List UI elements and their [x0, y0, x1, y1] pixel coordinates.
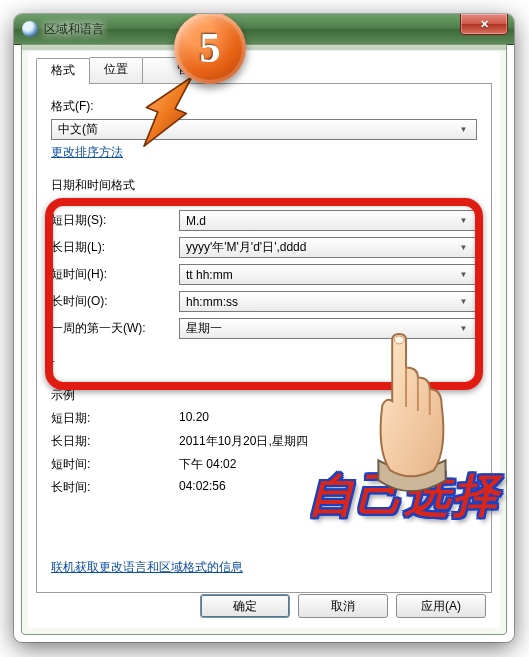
- tab-page-format: 格式(F): 中文(简 ▼ 更改排序方法 日期和时间格式 短日期(S): M.d: [36, 83, 492, 593]
- ex-long-time-label: 长时间:: [51, 479, 179, 496]
- chevron-down-icon: ▼: [455, 239, 472, 256]
- ex-short-date: 短日期: 10.20: [51, 410, 477, 427]
- ex-short-time-value: 下午 04:02: [179, 456, 236, 473]
- long-time-combo[interactable]: hh:mm:ss ▼: [179, 291, 477, 312]
- examples-title: 示例: [51, 387, 477, 404]
- datetime-group-title: 日期和时间格式: [51, 177, 477, 194]
- format-label: 格式(F):: [51, 98, 477, 115]
- long-time-label: 长时间(O):: [51, 293, 179, 310]
- cancel-button[interactable]: 取消: [298, 594, 388, 618]
- long-date-label: 长日期(L):: [51, 239, 179, 256]
- tab-location[interactable]: 位置: [89, 57, 143, 83]
- additional-settings-link[interactable]: [51, 349, 54, 363]
- row-short-time: 短时间(H): tt hh:mm ▼: [51, 264, 477, 285]
- ex-short-date-value: 10.20: [179, 410, 209, 427]
- window-title: 区域和语言: [44, 21, 104, 38]
- ok-button[interactable]: 确定: [200, 594, 290, 618]
- chevron-down-icon: ▼: [455, 266, 472, 283]
- step-number: 5: [200, 27, 221, 69]
- datetime-group: 短日期(S): M.d ▼ 长日期(L): yyyy'年'M'月'd'日',dd…: [51, 200, 477, 365]
- client-area: 格式 位置 管理 格式(F): 中文(简 ▼ 更改排序方法 日期和时间格式 短日: [28, 51, 500, 628]
- chevron-down-icon: ▼: [455, 320, 472, 337]
- first-day-combo[interactable]: 星期一 ▼: [179, 318, 477, 339]
- long-date-value: yyyy'年'M'月'd'日',dddd: [186, 239, 306, 256]
- format-combo-value: 中文(简: [58, 121, 98, 138]
- first-day-label: 一周的第一天(W):: [51, 320, 179, 337]
- format-combo[interactable]: 中文(简 ▼: [51, 119, 477, 140]
- ex-long-time: 长时间: 04:02:56: [51, 479, 477, 496]
- examples-group: 示例 短日期: 10.20 长日期: 2011年10月20日,星期四 短时间: …: [51, 387, 477, 496]
- ex-short-time: 短时间: 下午 04:02: [51, 456, 477, 473]
- window-body: 格式 位置 管理 格式(F): 中文(简 ▼ 更改排序方法 日期和时间格式 短日: [21, 44, 507, 635]
- tab-strip: 格式 位置 管理: [36, 57, 500, 83]
- step-badge: 5: [174, 14, 246, 84]
- globe-icon: [22, 21, 38, 37]
- short-date-combo[interactable]: M.d ▼: [179, 210, 477, 231]
- ex-long-date-label: 长日期:: [51, 433, 179, 450]
- short-time-combo[interactable]: tt hh:mm ▼: [179, 264, 477, 285]
- close-button[interactable]: ✕: [460, 14, 508, 35]
- ex-long-date: 长日期: 2011年10月20日,星期四: [51, 433, 477, 450]
- online-help-link[interactable]: 联机获取更改语言和区域格式的信息: [51, 559, 243, 576]
- chevron-down-icon: ▼: [455, 293, 472, 310]
- apply-button[interactable]: 应用(A): [396, 594, 486, 618]
- ex-long-date-value: 2011年10月20日,星期四: [179, 433, 308, 450]
- chevron-down-icon: ▼: [455, 212, 472, 229]
- short-time-label: 短时间(H):: [51, 266, 179, 283]
- first-day-value: 星期一: [186, 320, 222, 337]
- dialog-buttons: 确定 取消 应用(A): [200, 594, 486, 618]
- short-date-value: M.d: [186, 214, 206, 228]
- row-long-time: 长时间(O): hh:mm:ss ▼: [51, 291, 477, 312]
- ex-short-date-label: 短日期:: [51, 410, 179, 427]
- short-date-label: 短日期(S):: [51, 212, 179, 229]
- change-sort-link[interactable]: 更改排序方法: [51, 145, 123, 159]
- dialog-window: 区域和语言 ✕ 格式 位置 管理 格式(F): 中文(简 ▼ 更改排序方法: [14, 14, 514, 642]
- chevron-down-icon: ▼: [455, 121, 472, 138]
- tab-format[interactable]: 格式: [36, 58, 90, 84]
- close-icon: ✕: [480, 18, 489, 31]
- ex-short-time-label: 短时间:: [51, 456, 179, 473]
- title-bar[interactable]: 区域和语言 ✕: [14, 14, 514, 45]
- short-time-value: tt hh:mm: [186, 268, 233, 282]
- row-short-date: 短日期(S): M.d ▼: [51, 210, 477, 231]
- long-time-value: hh:mm:ss: [186, 295, 238, 309]
- long-date-combo[interactable]: yyyy'年'M'月'd'日',dddd ▼: [179, 237, 477, 258]
- ex-long-time-value: 04:02:56: [179, 479, 226, 496]
- row-long-date: 长日期(L): yyyy'年'M'月'd'日',dddd ▼: [51, 237, 477, 258]
- row-first-day: 一周的第一天(W): 星期一 ▼: [51, 318, 477, 339]
